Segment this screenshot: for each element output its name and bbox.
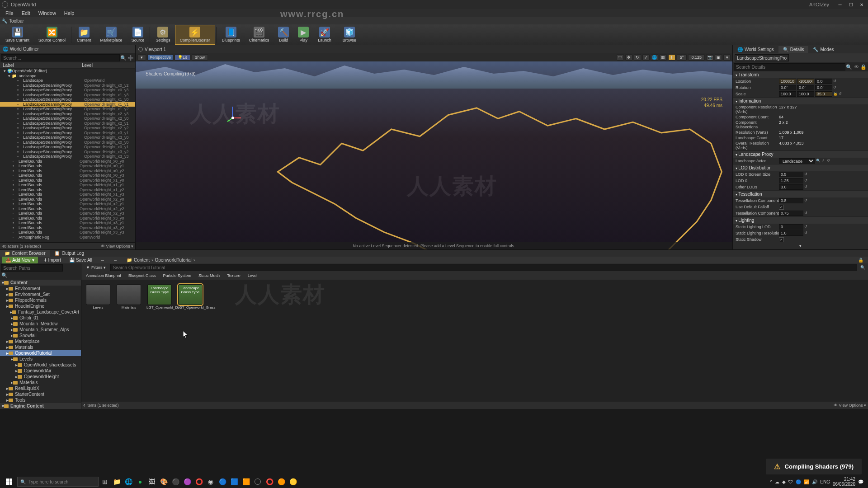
outliner-row[interactable]: ▫LevelBoundsOpenworldHeight_x1_y3 [0,192,135,197]
tray-icon[interactable]: 🛡 [788,479,793,484]
tree-item[interactable]: ▾ Content [0,280,81,286]
tray-notifications-icon[interactable]: 💬 [858,479,863,484]
tree-item[interactable]: ▸ Environment [0,286,81,291]
location-z[interactable] [815,79,832,84]
transform-scale-icon[interactable]: ⤢ [642,54,650,61]
tree-item[interactable]: ▸ FlippedNormals [0,297,81,303]
filter-pill[interactable]: Particle System [160,273,194,278]
tree-item[interactable]: ▸ Tools [0,397,81,403]
task-chrome-icon[interactable]: 🌐 [123,476,134,487]
search-icon[interactable]: 🔍 [816,159,821,163]
outliner-row[interactable]: ▫LevelBoundsOpenworldHeight_x1_y0 [0,178,135,183]
tab-details[interactable]: 🔍 Details [778,46,809,53]
details-body[interactable]: Transform Location↺ Rotation↺ Scale🔓↺ In… [733,71,868,249]
tree-item[interactable]: ▸ OpenWorld_sharedassets [0,362,81,368]
outliner-row[interactable]: ▫LevelBoundsOpenworldHeight_x0_y1 [0,164,135,169]
tray-wifi-icon[interactable]: 📶 [804,479,809,484]
outliner-row[interactable]: ▫LevelBoundsOpenworldHeight_x3_y0 [0,216,135,221]
outliner-row[interactable]: ▫LandscapeStreamingProxyOpenworldHeight_… [0,102,135,107]
outliner-row[interactable]: ▫LandscapeStreamingProxyOpenworldHeight_… [0,88,135,93]
tree-item[interactable]: ▸ Mountain_Meadow [0,321,81,327]
taskbar-search[interactable]: 🔍 Type here to search [17,477,99,487]
view-options-button[interactable]: 👁 View Options ▾ [834,403,866,408]
tray-expand-icon[interactable]: ^ [770,479,773,484]
tree-item[interactable]: ▸ OpenworldHeight [0,374,81,380]
expand-icon[interactable]: ▾ [799,244,802,248]
asset-grass[interactable]: Landscape Grass TypeLGT_Openworld_Grass [178,284,203,310]
outliner-col-label[interactable]: Label [0,62,79,68]
task-app-icon[interactable]: 🟣 [182,476,193,487]
tool-cinematics[interactable]: 🎬Cinematics [245,25,274,45]
outliner-tab[interactable]: 🌐 World Outliner [0,45,135,53]
section-transform[interactable]: Transform [733,71,868,78]
tree-item[interactable]: ▸ Environment_Set [0,291,81,297]
grid-snap-icon[interactable]: ▦ [660,54,667,61]
landscape-actor-combo[interactable]: Landscape [779,158,815,164]
outliner-row[interactable]: ▫LevelBoundsOpenworldHeight_x2_y1 [0,202,135,206]
task-steam-icon[interactable]: ◉ [205,476,216,487]
tool-compilerbooster[interactable]: ⚡CompilerBooster [175,25,215,45]
menu-help[interactable]: Help [61,9,78,17]
static-shadow-checkbox[interactable] [779,237,784,242]
tray-cloud-icon[interactable]: ☁ [775,479,779,484]
outliner-row[interactable]: ▫LevelBoundsOpenworldHeight_x1_y2 [0,188,135,192]
import-button[interactable]: ⬇ Import [41,257,64,263]
outliner-row[interactable]: ▫LevelBoundsOpenworldHeight_x0_y0 [0,159,135,164]
tool-play[interactable]: ▶Play [293,25,313,45]
tool-browse[interactable]: 🧊Browse [338,25,361,45]
outliner-row[interactable]: ▫LevelBoundsOpenworldHeight_x2_y0 [0,197,135,202]
scale-x[interactable] [779,91,796,97]
outliner-row[interactable]: ▫LandscapeStreamingProxyOpenworldHeight_… [0,135,135,140]
menu-file[interactable]: File [2,9,17,17]
browse-icon[interactable]: ↗ [821,159,826,163]
breadcrumb-content[interactable]: Content [134,258,150,263]
scale-y[interactable] [797,91,814,97]
task-app-icon[interactable]: 🟦 [229,476,240,487]
tree-item[interactable]: ▸ Marketplace [0,338,81,344]
tree-item[interactable]: ▸ RealLiquidX [0,385,81,391]
task-app-icon[interactable]: 🟠 [276,476,287,487]
tab-output-log[interactable]: 📋 Output Log [50,250,88,257]
asset-folder[interactable]: Levels [86,284,110,310]
outliner-row[interactable]: ▫LevelBoundsOpenworldHeight_x0_y2 [0,169,135,174]
outliner-col-level[interactable]: Level [79,62,95,68]
lock-scale-icon[interactable]: 🔓 [833,92,838,96]
scale-snap-value[interactable]: 0.125 [688,54,705,61]
outliner-row[interactable]: ▫LandscapeStreamingProxyOpenworldHeight_… [0,140,135,145]
tool-marketplace[interactable]: 🛒Marketplace [96,25,127,45]
outliner-row[interactable]: ▫LandscapeStreamingProxyOpenworldHeight_… [0,145,135,150]
tray-icon[interactable]: ◆ [782,479,786,484]
filter-pill[interactable]: Blueprint Class [126,273,159,278]
perspective-button[interactable]: Perspective [147,54,173,61]
tree-search[interactable] [1,264,63,272]
task-view-icon[interactable]: ⊞ [99,476,110,487]
tab-world-settings[interactable]: 🌐 World Settings [733,46,778,53]
search-icon[interactable]: 🔍 [1,272,8,279]
minimize-button[interactable]: ─ [835,1,844,8]
outliner-row[interactable]: ▫LandscapeStreamingProxyOpenworldHeight_… [0,97,135,102]
task-explorer-icon[interactable]: 📁 [111,476,122,487]
outliner-row[interactable]: ▫LandscapeStreamingProxyOpenworldHeight_… [0,126,135,131]
location-x[interactable] [779,79,796,84]
tool-settings[interactable]: ⚙Settings [151,25,175,45]
tree-item[interactable]: ▸ Fantasy_Landscape_CoverArt [0,309,81,315]
outliner-row[interactable]: ▫LevelBoundsOpenworldHeight_x3_y2 [0,225,135,230]
outliner-row[interactable]: ▫Atmospheric FogOpenWorld [0,235,135,240]
outliner-row[interactable]: ▫LandscapeStreamingProxyOpenworldHeight_… [0,83,135,88]
tree-item[interactable]: ▸ Mountain_Summer_Alps [0,327,81,333]
scale-z[interactable] [815,91,832,97]
start-button[interactable] [2,476,16,487]
show-button[interactable]: Show [192,54,208,61]
falloff-checkbox[interactable] [779,205,784,210]
add-new-button[interactable]: 📥 Add New ▾ [2,257,38,263]
reset-icon[interactable]: ↺ [839,92,843,96]
outliner-row[interactable]: ▫LevelBoundsOpenworldHeight_x3_y3 [0,230,135,235]
outliner-row[interactable]: ▫LevelBoundsOpenworldHeight_x1_y1 [0,183,135,188]
menu-edit[interactable]: Edit [18,9,34,17]
search-icon[interactable]: 🔍 [845,63,853,70]
menu-window[interactable]: Window [35,9,60,17]
task-app-icon[interactable]: 🖼 [146,476,157,487]
search-icon[interactable]: 🔍 [120,54,127,61]
rotation-y[interactable] [797,85,814,90]
outliner-row[interactable]: ▫LandscapeOpenWorld [0,78,135,83]
